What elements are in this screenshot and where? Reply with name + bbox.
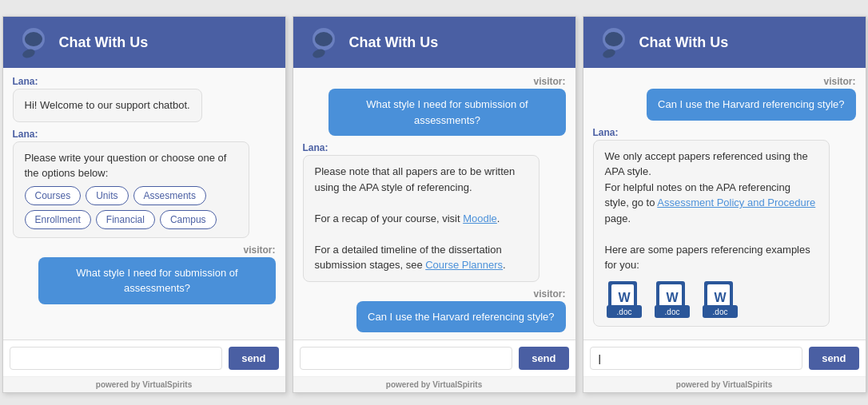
chat-footer-2: send <box>293 339 575 376</box>
visitor-message-3: visitor: Can I use the Harvard referenci… <box>303 288 566 333</box>
doc-icon-2: W .doc <box>653 280 691 318</box>
chat-icon-1 <box>16 25 51 60</box>
svg-text:.doc: .doc <box>712 308 727 316</box>
option-financial[interactable]: Financial <box>96 210 155 229</box>
lana-bubble-3: Please note that all papers are to be wr… <box>303 155 540 282</box>
visitor-bubble-2: What style I need for submission of asse… <box>328 89 565 136</box>
powered-by-2: powered by VirtualSpirits <box>293 376 575 392</box>
option-courses[interactable]: Courses <box>25 186 82 205</box>
send-button-1[interactable]: send <box>229 347 278 370</box>
lana-text-3b: For a recap of your course, visit <box>315 212 464 224</box>
lana-text-3a: Please note that all papers are to be wr… <box>315 165 516 193</box>
svg-point-1 <box>25 32 42 46</box>
svg-text:W: W <box>714 291 727 304</box>
lana-text-4c: page. <box>605 212 631 224</box>
chat-header-3: Chat With Us <box>583 17 866 68</box>
assessment-policy-link[interactable]: Assessment Policy and Procedure <box>657 197 815 208</box>
chat-title-3: Chat With Us <box>639 34 729 51</box>
lana-message-4: Lana: We only accept papers referenced u… <box>593 127 856 327</box>
course-planners-link[interactable]: Course Planners <box>425 259 503 271</box>
powered-by-1: powered by VirtualSpirits <box>3 376 285 392</box>
svg-point-7 <box>605 32 623 46</box>
sender-lana-1: Lana: <box>13 76 276 87</box>
svg-text:.doc: .doc <box>664 308 679 316</box>
chat-icon-3 <box>596 25 631 60</box>
sender-visitor-1: visitor: <box>243 244 275 256</box>
powered-by-3: powered by VirtualSpirits <box>583 376 866 392</box>
send-button-3[interactable]: send <box>809 347 858 370</box>
moodle-link[interactable]: Moodle <box>463 212 497 224</box>
svg-text:W: W <box>666 291 679 304</box>
lana-message-3: Lana: Please note that all papers are to… <box>303 142 566 282</box>
doc-icon-1: W .doc <box>605 280 643 318</box>
chat-footer-1: send <box>3 339 285 376</box>
chat-panel-3: Chat With Us visitor: Can I use the Harv… <box>583 16 866 393</box>
chat-panel-2: Chat With Us visitor: What style I need … <box>293 16 576 393</box>
lana-text-2: Please write your question or choose one… <box>25 152 227 180</box>
svg-text:W: W <box>618 291 631 304</box>
sender-lana-4: Lana: <box>593 127 856 138</box>
visitor-bubble-4: Can I use the Harvard referencing style? <box>647 89 855 121</box>
chat-panels-container: Chat With Us Lana: Hi! Welcome to our su… <box>2 16 866 393</box>
lana-bubble-4: We only accept papers referenced using t… <box>593 140 830 327</box>
chat-header-2: Chat With Us <box>293 17 575 68</box>
visitor-message-4: visitor: Can I use the Harvard referenci… <box>593 76 856 121</box>
option-buttons: Courses Units Assesments Enrollment Fina… <box>25 186 237 229</box>
chat-title-2: Chat With Us <box>349 34 439 51</box>
chat-body-3: visitor: Can I use the Harvard referenci… <box>583 68 866 339</box>
option-units[interactable]: Units <box>86 186 128 205</box>
chat-footer-3: send <box>583 339 866 376</box>
sender-lana-2: Lana: <box>13 129 276 140</box>
doc-icon-3: W .doc <box>701 280 739 318</box>
visitor-message-2: visitor: What style I need for submissio… <box>303 76 566 136</box>
chat-header-1: Chat With Us <box>3 17 285 68</box>
send-button-2[interactable]: send <box>519 347 568 370</box>
sender-visitor-2: visitor: <box>533 76 565 87</box>
svg-point-4 <box>315 32 332 46</box>
option-campus[interactable]: Campus <box>160 210 217 229</box>
sender-visitor-4: visitor: <box>823 76 855 87</box>
option-assesments[interactable]: Assesments <box>133 186 206 205</box>
lana-text-4d: Here are some papers referencing example… <box>605 244 810 272</box>
lana-message-2: Lana: Please write your question or choo… <box>13 129 276 238</box>
sender-visitor-3: visitor: <box>533 288 565 300</box>
chat-input-3[interactable] <box>590 347 803 370</box>
chat-input-1[interactable] <box>10 347 223 370</box>
chat-body-2: visitor: What style I need for submissio… <box>293 68 575 339</box>
doc-icons-container: W .doc W .doc <box>605 280 818 318</box>
lana-bubble-1: Hi! Welcome to our support chatbot. <box>13 89 202 122</box>
lana-text-4a: We only accept papers referenced using t… <box>605 150 808 178</box>
sender-lana-3: Lana: <box>303 142 566 153</box>
svg-text:.doc: .doc <box>616 308 631 316</box>
lana-message-1: Lana: Hi! Welcome to our support chatbot… <box>13 76 276 122</box>
chat-icon-2 <box>306 25 341 60</box>
option-enrollment[interactable]: Enrollment <box>25 210 91 229</box>
chat-input-2[interactable] <box>300 347 513 370</box>
visitor-bubble-3: Can I use the Harvard referencing style? <box>356 301 565 333</box>
visitor-bubble-1: What style I need for submission of asse… <box>38 257 275 304</box>
chat-title-1: Chat With Us <box>59 34 149 51</box>
visitor-message-1: visitor: What style I need for submissio… <box>13 244 276 304</box>
chat-panel-1: Chat With Us Lana: Hi! Welcome to our su… <box>2 16 286 393</box>
chat-body-1: Lana: Hi! Welcome to our support chatbot… <box>3 68 285 339</box>
lana-bubble-2: Please write your question or choose one… <box>13 141 249 238</box>
